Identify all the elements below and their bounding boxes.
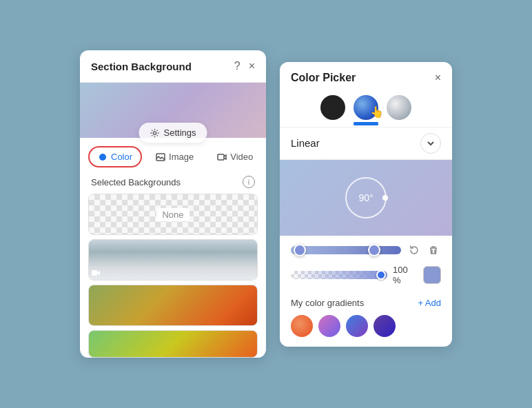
cp-my-gradients-header: My color gradients + Add <box>291 298 441 308</box>
section-bg-title: Section Background <box>91 61 192 72</box>
gear-icon <box>150 128 160 138</box>
cp-angle-value: 90° <box>358 192 373 203</box>
cp-header: Color Picker × <box>280 62 452 91</box>
cp-swatch-orange[interactable] <box>291 315 313 337</box>
tab-image-label: Image <box>169 152 194 162</box>
bg-list: None <box>80 194 266 358</box>
cp-color-swatch-preview[interactable] <box>423 266 441 284</box>
cp-swatch-purple-blue[interactable] <box>318 315 340 337</box>
cp-delete-icon[interactable] <box>426 243 441 258</box>
cp-color-black[interactable] <box>320 95 345 120</box>
video-indicator-icon <box>92 269 100 277</box>
cp-opacity-row: 100 % <box>280 262 452 292</box>
cp-my-gradients: My color gradients + Add <box>280 292 452 347</box>
bg-item-citrus[interactable] <box>88 285 258 326</box>
color-picker-panel: Color Picker × 👆 Linear 90° <box>280 62 452 347</box>
cp-gradient-type-label: Linear <box>291 137 320 149</box>
tab-color-label: Color <box>111 152 132 162</box>
settings-button[interactable]: Settings <box>139 123 207 143</box>
color-icon <box>98 152 108 162</box>
cp-swatch-deep-purple[interactable] <box>374 315 396 337</box>
section-bg-panel: Section Background ? × Settings Color Im… <box>80 50 266 358</box>
svg-point-1 <box>99 154 106 161</box>
tab-image[interactable]: Image <box>146 146 203 167</box>
cp-close-button[interactable]: × <box>435 72 441 84</box>
cp-gradient-thumb-left[interactable] <box>294 244 306 256</box>
cp-color-silver[interactable] <box>387 95 411 120</box>
cp-gradient-area[interactable]: 90° <box>280 160 452 236</box>
section-bg-header: Section Background ? × <box>80 50 266 83</box>
close-icon[interactable]: × <box>249 60 255 72</box>
video-icon <box>217 152 227 162</box>
cp-title: Color Picker <box>291 72 356 84</box>
cp-opacity-fill <box>291 271 387 279</box>
bg-item-mountain[interactable] <box>88 239 258 280</box>
tab-video[interactable]: Video <box>207 146 263 167</box>
cp-type-dropdown[interactable] <box>420 133 441 154</box>
header-icons: ? × <box>234 60 255 72</box>
chevron-down-icon <box>427 139 435 147</box>
cp-type-row: Linear <box>280 127 452 160</box>
cp-gradient-slider[interactable] <box>291 246 401 254</box>
cp-gradient-swatches <box>291 315 441 337</box>
bg-item-none[interactable]: None <box>88 194 258 235</box>
cp-angle-dot <box>382 195 388 201</box>
selected-bg-header: Selected Backgrounds i <box>80 173 266 194</box>
help-icon[interactable]: ? <box>234 60 241 72</box>
cp-opacity-thumb[interactable] <box>376 270 386 280</box>
active-underline <box>354 123 378 125</box>
tab-video-label: Video <box>230 152 253 162</box>
image-icon <box>156 152 165 162</box>
bg-none-label: None <box>156 208 189 221</box>
svg-rect-3 <box>218 154 224 160</box>
tab-color[interactable]: Color <box>88 146 142 167</box>
bg-item-gradient[interactable] <box>88 330 258 358</box>
svg-rect-4 <box>92 270 97 276</box>
cp-my-gradients-label: My color gradients <box>291 298 364 308</box>
cp-swatch-blue-purple[interactable] <box>346 315 368 337</box>
settings-label: Settings <box>164 127 196 138</box>
tab-row: Color Image Video <box>80 138 266 173</box>
cursor-hand-icon: 👆 <box>370 105 384 119</box>
cp-opacity-slider[interactable] <box>291 271 387 279</box>
cp-refresh-icon[interactable] <box>407 243 422 258</box>
cp-add-gradient-button[interactable]: + Add <box>418 298 441 308</box>
selected-bg-label: Selected Backgrounds <box>91 177 181 187</box>
cp-color-blue[interactable]: 👆 <box>354 95 378 120</box>
cp-angle-circle[interactable]: 90° <box>345 177 387 218</box>
info-icon[interactable]: i <box>243 176 255 188</box>
svg-point-0 <box>153 131 156 134</box>
cp-gradient-stops <box>280 236 452 262</box>
cp-gradient-thumb-right[interactable] <box>368 244 380 256</box>
cp-color-tabs: 👆 <box>280 91 452 127</box>
cp-stop-icons <box>407 243 441 258</box>
cp-opacity-value: 100 % <box>393 265 418 285</box>
